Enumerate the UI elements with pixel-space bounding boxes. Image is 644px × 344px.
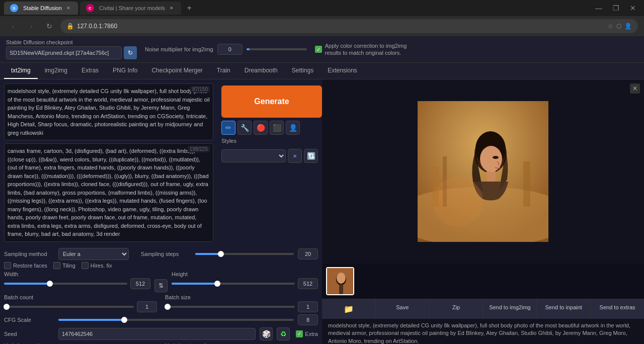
positive-char-count: 87/150 [190,86,210,93]
tab-checkpoint-merger[interactable]: Checkpoint Merger [144,63,209,79]
restore-faces-checkbox[interactable] [4,262,11,269]
style-btn-red[interactable]: 🔴 [254,121,268,135]
caption-text: modelshoot style, (extremely detailed CG… [328,322,630,344]
positive-prompt-text[interactable]: modelshoot style, (extremely detailed CG… [8,87,210,137]
forward-button[interactable]: › [24,19,38,33]
folder-button[interactable]: 📁 [322,299,376,319]
variation-strength-group: Variation strength 0.2 [165,342,318,345]
app-area: Stable Diffusion checkpoint SD15NewVAEpr… [0,36,644,344]
variation-row: Variation seed 🎲 ♻ Variation strength [4,342,318,345]
back-button[interactable]: ‹ [6,19,20,33]
tab-close-1[interactable]: ✕ [65,5,72,12]
styles-add-btn[interactable]: 🔃 [304,149,318,163]
address-bar[interactable]: 🔒 127.0.0.1:7860 ☆ ⬡ 👤 [60,19,638,33]
tab-train[interactable]: Train [210,63,237,79]
reload-button[interactable]: ↻ [42,19,56,33]
sampling-steps-slider[interactable] [195,253,294,255]
width-value: 512 [130,278,150,289]
seed-dice-button[interactable]: 🎲 [260,327,273,340]
checkpoint-select[interactable]: SD15NewVAEpruned.ckpt [27a4ac756c] [6,46,122,59]
restore-faces-label: Restore faces [13,263,47,269]
generate-button[interactable]: Generate [221,85,322,118]
seed-input[interactable] [58,328,256,340]
tab-img2img[interactable]: img2img [38,63,74,79]
thumbnail-item[interactable] [326,267,354,295]
tab-txt2img[interactable]: txt2img [4,63,38,79]
browser-restore[interactable]: ❐ [609,1,623,15]
styles-clear-btn[interactable]: ✕ [288,149,302,163]
batch-size-slider[interactable] [165,306,295,308]
styles-select[interactable] [221,149,286,162]
negative-prompt-text[interactable]: canvas frame, cartoon, 3d, (disfigured),… [8,147,210,238]
tab-settings[interactable]: Settings [285,63,320,79]
tab-extras[interactable]: Extras [74,63,106,79]
checkpoint-refresh-button[interactable]: ↻ [124,46,137,59]
prompt-row: 87/150 modelshoot style, (extremely deta… [4,83,318,245]
right-panel: ✕ [322,79,644,344]
bookmark-icon[interactable]: ☆ [608,23,613,30]
apply-color-label: Apply color correction to img2img result… [325,42,416,57]
sampling-steps-track [195,253,294,255]
seed-section: Seed 🎲 ♻ ✓ Extra [4,327,318,340]
profile-icon[interactable]: 👤 [624,23,632,30]
send-to-img2img-button[interactable]: Send to img2img [483,299,537,319]
apply-color-checkbox[interactable]: ✓ [315,46,322,53]
tab-close-2[interactable]: ✕ [168,5,175,12]
hires-fix-checkbox[interactable] [82,262,89,269]
caption-area: modelshoot style, (extremely detailed CG… [322,319,644,344]
batch-count-slider[interactable] [4,306,134,308]
height-slider[interactable] [172,283,295,285]
extra-seed-checkbox[interactable]: ✓ [296,330,303,337]
send-extras-label: Send to extras [600,304,635,310]
style-btn-settings[interactable]: 🔧 [237,121,252,135]
left-panel: 87/150 modelshoot style, (extremely deta… [0,79,322,344]
seed-recycle-button[interactable]: ♻ [277,327,290,340]
cfg-slider[interactable] [58,319,294,321]
zip-button[interactable]: Zip [430,299,484,319]
tiling-checkbox[interactable] [53,262,60,269]
variation-strength-label: Variation strength [165,342,318,345]
width-fill [4,283,50,285]
noise-slider-fill [247,48,250,50]
address-bar-row: ‹ › ↻ 🔒 127.0.0.1:7860 ☆ ⬡ 👤 [0,16,644,36]
extensions-icon[interactable]: ⬡ [616,23,621,30]
cfg-thumb [121,317,127,323]
style-btn-user[interactable]: 👤 [286,121,300,135]
svg-rect-14 [339,284,343,294]
tab-civitai[interactable]: C Civitai | Share your models ✕ [80,2,181,15]
tab-stable-diffusion[interactable]: S Stable Diffusion ✕ [4,2,78,15]
width-slider[interactable] [4,283,127,285]
send-img2img-label: Send to img2img [489,304,531,310]
tab-png-info[interactable]: PNG Info [106,63,144,79]
hires-fix-label: Hires. fix [91,263,112,269]
new-tab-button[interactable]: + [183,2,195,14]
height-group: Height 512 [172,271,318,289]
tab-dreambooth[interactable]: Dreambooth [237,63,285,79]
close-image-button[interactable]: ✕ [630,83,640,94]
negative-char-count: 198/225 [188,146,210,152]
browser-close[interactable]: ✕ [626,1,640,15]
sampling-method-select[interactable]: Euler a [58,248,129,260]
address-bar-icons: ☆ ⬡ 👤 [608,23,632,30]
svg-point-9 [493,156,499,159]
browser-chrome: S Stable Diffusion ✕ C Civitai | Share y… [0,0,644,36]
zip-label: Zip [452,304,460,310]
send-to-extras-button[interactable]: Send to extras [591,299,644,319]
browser-minimize[interactable]: — [592,1,606,15]
style-btn-edit[interactable]: ✏ [221,121,235,135]
tab-extensions[interactable]: Extensions [320,63,364,79]
send-to-inpaint-button[interactable]: Send to inpaint [537,299,591,319]
tab-label-2: Civitai | Share your models [99,5,165,11]
dimensions-row: Width 512 ⇅ He [4,271,318,292]
height-thumb [214,281,220,287]
seed-label: Seed [4,331,54,337]
cfg-label: CFG Scale [4,317,54,323]
swap-dimensions-button[interactable]: ⇅ [154,279,168,292]
save-button[interactable]: Save [376,299,430,319]
top-controls: Stable Diffusion checkpoint SD15NewVAEpr… [0,36,644,63]
civitai-favicon: C [86,4,94,12]
noise-slider[interactable] [247,48,307,50]
style-btn-black[interactable]: ⬛ [270,121,284,135]
batch-count-track [4,306,134,308]
batch-count-label: Batch count [4,294,157,300]
